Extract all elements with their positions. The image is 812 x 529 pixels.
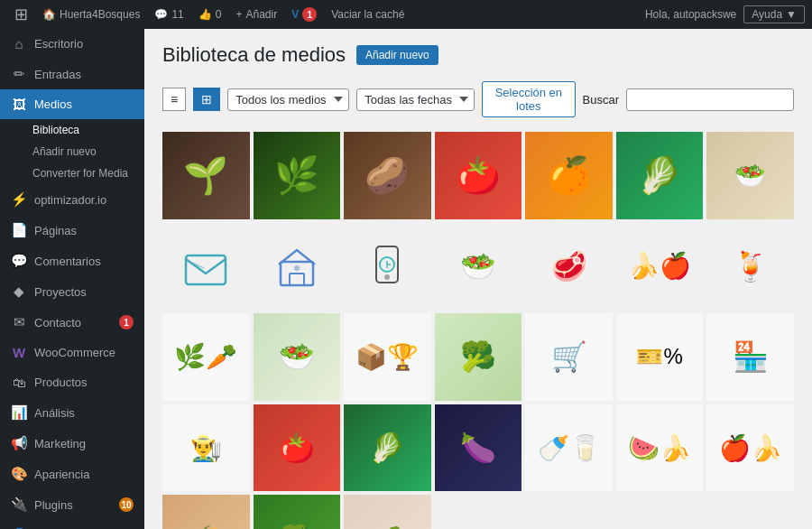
main-layout: ⌂ Escritorio ✏ Entradas 🖼 Medios Bibliot…: [0, 29, 812, 529]
media-item[interactable]: 🍅: [254, 404, 341, 492]
greeting[interactable]: Hola, autopackswe: [638, 0, 743, 29]
admin-bar: ⊞ 🏠 Huerta4Bosques 💬 11 👍 0 + Añadir V 1…: [0, 0, 812, 29]
media-item[interactable]: 🌾: [162, 495, 250, 529]
sidebar-item-plugins[interactable]: 🔌 Plugins 10: [0, 489, 144, 520]
media-thumb-icon: 🍎🍌: [719, 433, 782, 463]
filter-media-select[interactable]: Todos los medios Imágenes Audio Vídeo: [227, 88, 349, 111]
sidebar-item-analytics[interactable]: 📊 Análisis: [0, 397, 144, 428]
comment-icon: 💬: [154, 8, 168, 21]
media-item[interactable]: 🍼🥛: [525, 404, 613, 492]
media-item[interactable]: 🍊: [525, 132, 613, 219]
search-input[interactable]: [626, 88, 794, 111]
wp-logo[interactable]: ⊞: [7, 0, 35, 29]
media-item[interactable]: 🥩: [525, 223, 613, 311]
sidebar-item-appearance[interactable]: 🎨 Apariencia: [0, 459, 144, 489]
media-item[interactable]: 🥗: [706, 132, 794, 219]
marketing-label: Marketing: [34, 437, 86, 450]
media-item[interactable]: 🌱: [162, 132, 250, 219]
media-label: Medios: [34, 97, 72, 111]
media-item[interactable]: 🛒: [525, 313, 613, 401]
media-thumb-icon: 🥦: [281, 524, 312, 529]
media-toolbar: ≡ ⊞ Todos los medios Imágenes Audio Víde…: [162, 81, 794, 117]
sidebar-item-library[interactable]: Biblioteca: [0, 119, 144, 141]
media-item[interactable]: 🍌🍎: [616, 223, 704, 311]
sidebar-item-posts[interactable]: ✏ Entradas: [0, 59, 144, 89]
projects-icon: ◆: [11, 283, 27, 300]
projects-label: Proyectos: [34, 285, 87, 299]
media-item[interactable]: [344, 223, 431, 311]
sidebar-item-marketing[interactable]: 📢 Marketing: [0, 428, 144, 459]
sidebar-item-projects[interactable]: ◆ Proyectos: [0, 276, 144, 307]
media-item[interactable]: 🍆: [435, 404, 522, 492]
site-name[interactable]: 🏠 Huerta4Bosques: [35, 0, 147, 29]
sidebar-item-contact[interactable]: ✉ Contacto 1: [0, 307, 144, 338]
media-thumb-icon: 🍉🍌: [628, 433, 691, 463]
comments-count[interactable]: 💬 11: [147, 0, 190, 29]
media-item[interactable]: 🍎🍌: [706, 404, 794, 492]
search-label: Buscar: [583, 93, 619, 107]
view-grid-button[interactable]: ⊞: [193, 88, 220, 111]
add-new-bar[interactable]: + Añadir: [228, 0, 284, 29]
woocommerce-label: WooCommerce: [34, 346, 115, 359]
products-icon: 🛍: [11, 375, 27, 390]
library-label: Biblioteca: [32, 124, 79, 136]
media-thumb-icon: 🌾: [190, 524, 222, 529]
media-item[interactable]: 📦🏆: [344, 313, 431, 401]
media-thumb-icon: 📦🏆: [355, 342, 419, 372]
sidebar-item-dashboard[interactable]: ⌂ Escritorio: [0, 29, 144, 59]
media-grid: 🌱 🌿 🥔 🍅 🍊: [162, 132, 794, 529]
appearance-icon: 🎨: [11, 466, 27, 482]
media-thumb-icon: 🥦: [460, 339, 496, 374]
pages-label: Páginas: [34, 224, 77, 237]
media-item[interactable]: 🥦: [435, 313, 522, 401]
media-item[interactable]: 🎫%: [616, 313, 704, 401]
sidebar-item-comments[interactable]: 💬 Comentarios: [0, 246, 144, 276]
media-item[interactable]: 🍉🍌: [616, 404, 704, 492]
sidebar-item-woocommerce[interactable]: W WooCommerce: [0, 338, 144, 367]
filter-date-select[interactable]: Todas las fechas: [356, 88, 475, 111]
media-item[interactable]: 🍹: [706, 223, 794, 311]
media-thumb-icon: 🥩: [551, 249, 587, 283]
adminbar-right: Hola, autopackswe Ayuda ▼: [638, 0, 805, 29]
batch-select-button[interactable]: Selección en lotes: [482, 81, 575, 117]
media-item[interactable]: 🌿🥕: [162, 313, 250, 401]
svg-rect-3: [290, 274, 304, 285]
view-list-button[interactable]: ≡: [162, 88, 186, 111]
clear-cache[interactable]: Vaciar la caché: [324, 0, 411, 29]
media-item[interactable]: [162, 223, 250, 311]
likes-count[interactable]: 👍 0: [191, 0, 229, 29]
sidebar-item-optimizador[interactable]: ⚡ optimizador.io: [0, 184, 144, 215]
media-item[interactable]: 🥔: [344, 132, 431, 219]
like-icon: 👍: [198, 8, 212, 21]
grid-view-icon: ⊞: [201, 92, 212, 107]
add-new-button[interactable]: Añadir nuevo: [356, 45, 438, 65]
media-item[interactable]: 🏪: [706, 313, 794, 401]
sidebar-item-pages[interactable]: 📄 Páginas: [0, 215, 144, 246]
media-item[interactable]: 🥕: [344, 495, 431, 529]
media-thumb-icon: 🥗: [734, 161, 766, 190]
media-thumb-icon: 👨‍🌾: [190, 433, 222, 463]
plus-icon: +: [235, 8, 242, 21]
media-item[interactable]: 🥬: [344, 404, 431, 492]
media-item[interactable]: 🥬: [616, 132, 704, 219]
media-item[interactable]: 🥦: [254, 495, 341, 529]
media-item[interactable]: 🌿: [254, 132, 341, 219]
sidebar-item-converter-for-media[interactable]: Converter for Media: [0, 162, 144, 184]
media-item[interactable]: 🍅: [435, 132, 522, 219]
media-item[interactable]: 👨‍🌾: [162, 404, 250, 492]
comments-label: Comentarios: [34, 255, 101, 268]
list-view-icon: ≡: [171, 92, 178, 107]
sidebar-item-media[interactable]: 🖼 Medios: [0, 89, 144, 119]
help-arrow-icon: ▼: [786, 8, 797, 21]
sidebar-item-users[interactable]: 👤 Usuarios: [0, 520, 144, 529]
media-item[interactable]: 🥗: [254, 313, 341, 401]
media-item[interactable]: [254, 223, 341, 311]
help-button[interactable]: Ayuda ▼: [743, 5, 805, 23]
media-thumb-icon: 🌿🥕: [174, 342, 237, 372]
media-item[interactable]: 🥗: [435, 223, 522, 311]
visualcomposer[interactable]: V 1: [284, 0, 324, 29]
sidebar-item-products[interactable]: 🛍 Productos: [0, 367, 144, 397]
vc-icon: V: [291, 8, 299, 21]
sidebar-item-add-new-media[interactable]: Añadir nuevo: [0, 141, 144, 162]
dashboard-label: Escritorio: [34, 37, 83, 51]
